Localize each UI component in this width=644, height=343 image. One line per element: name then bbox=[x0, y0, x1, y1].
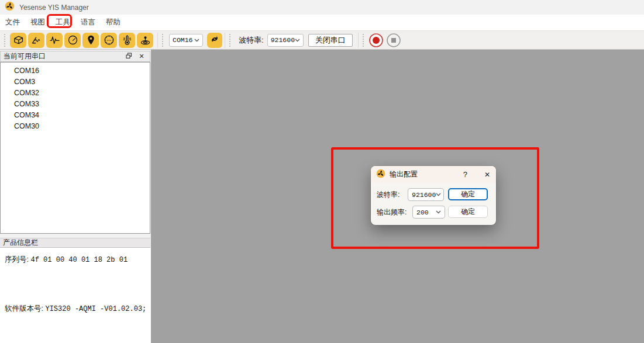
list-item[interactable]: COM34 bbox=[1, 110, 150, 121]
chevron-down-icon bbox=[436, 193, 441, 196]
dialog-close-button[interactable]: ✕ bbox=[484, 171, 490, 179]
angle-wave-button[interactable] bbox=[28, 33, 44, 48]
product-info-body: 序列号: 4f 01 00 40 01 18 2b 01 软件版本号: YIS3… bbox=[0, 248, 151, 343]
dialog-logo-icon bbox=[376, 169, 385, 181]
chevron-down-icon bbox=[295, 39, 300, 42]
toolbar-drag-handle[interactable] bbox=[162, 34, 167, 47]
inclinometer-button[interactable] bbox=[137, 33, 153, 48]
chevron-down-icon bbox=[194, 39, 199, 42]
dialog-baud-value: 921600 bbox=[412, 191, 436, 199]
menu-language[interactable]: 语言 bbox=[75, 15, 101, 30]
software-version-label: 软件版本号: bbox=[5, 304, 43, 313]
utc-clock-button[interactable]: UTC bbox=[101, 33, 117, 48]
gauge-button[interactable] bbox=[64, 33, 81, 48]
waveform-button[interactable] bbox=[46, 33, 63, 48]
record-icon bbox=[369, 41, 384, 50]
record-button[interactable] bbox=[369, 33, 384, 48]
dialog-baud-label: 波特率: bbox=[377, 188, 400, 201]
software-version-value: YIS320 -AQMI -V01.02.03; bbox=[45, 305, 146, 313]
list-item[interactable]: COM32 bbox=[1, 88, 150, 99]
baud-rate-select[interactable]: 921600 bbox=[267, 34, 304, 47]
utc-clock-icon: UTC bbox=[103, 34, 115, 46]
confirm-output-rate-button[interactable]: 确定 bbox=[448, 206, 488, 218]
product-info-header: 产品信息栏 bbox=[0, 238, 150, 248]
list-item[interactable]: COM3 bbox=[1, 77, 150, 88]
toolbar-drag-handle[interactable] bbox=[363, 34, 367, 47]
3d-view-button[interactable] bbox=[10, 33, 26, 48]
software-version-row: 软件版本号: YIS320 -AQMI -V01.02.03; bbox=[5, 304, 146, 314]
app-window: Yesense YIS Manager 文件 视图 工具 语言 帮助 bbox=[0, 0, 644, 343]
close-panel-button[interactable]: ✕ bbox=[137, 53, 146, 61]
stop-button[interactable] bbox=[386, 33, 401, 48]
cube-3d-icon bbox=[12, 34, 25, 46]
ports-panel-header: 当前可用串口 ✕ bbox=[0, 51, 150, 62]
stop-icon bbox=[386, 41, 401, 50]
toolbar-separator bbox=[225, 33, 225, 48]
serial-number-value: 4f 01 00 40 01 18 2b 01 bbox=[30, 256, 128, 264]
chevron-down-icon bbox=[436, 210, 441, 214]
close-icon: ✕ bbox=[139, 53, 144, 60]
toolbar-separator bbox=[358, 33, 359, 48]
ports-panel-title: 当前可用串口 bbox=[4, 51, 46, 61]
location-pin-icon bbox=[85, 34, 97, 46]
inclinometer-icon bbox=[139, 34, 151, 46]
baud-rate-value: 921600 bbox=[271, 36, 295, 44]
menu-help[interactable]: 帮助 bbox=[101, 15, 126, 30]
gauge-icon bbox=[67, 34, 79, 46]
thermometer-icon bbox=[121, 34, 133, 46]
toolbar-drag-handle[interactable] bbox=[229, 34, 234, 47]
dialog-output-rate-value: 200 bbox=[416, 209, 429, 216]
dialog-baud-select[interactable]: 921600 bbox=[408, 188, 444, 201]
refresh-ports-button[interactable] bbox=[207, 33, 222, 48]
dialog-output-rate-select[interactable]: 200 bbox=[412, 206, 445, 219]
available-ports-list: COM16 COM3 COM32 COM33 COM34 COM30 bbox=[0, 62, 150, 234]
list-item[interactable]: COM33 bbox=[1, 99, 150, 110]
window-title: Yesense YIS Manager bbox=[19, 4, 89, 12]
confirm-baud-button[interactable]: 确定 bbox=[448, 188, 488, 200]
toolbar-drag-handle[interactable] bbox=[4, 34, 9, 47]
location-button[interactable] bbox=[82, 33, 99, 48]
dialog-help-button[interactable]: ? bbox=[463, 170, 467, 179]
product-info-title: 产品信息栏 bbox=[3, 238, 38, 248]
angle-wave-icon bbox=[30, 34, 43, 46]
app-logo-icon bbox=[5, 1, 15, 13]
serial-number-row: 序列号: 4f 01 00 40 01 18 2b 01 bbox=[5, 255, 128, 265]
close-serial-port-button[interactable]: 关闭串口 bbox=[308, 34, 353, 47]
refresh-icon bbox=[209, 34, 220, 46]
title-bar: Yesense YIS Manager bbox=[0, 0, 644, 15]
port-select[interactable]: COM16 bbox=[169, 34, 203, 47]
svg-text:UTC: UTC bbox=[106, 39, 111, 41]
serial-number-label: 序列号: bbox=[5, 255, 29, 264]
menu-file[interactable]: 文件 bbox=[0, 15, 25, 30]
toolbar-separator bbox=[157, 33, 158, 48]
waveform-icon bbox=[49, 34, 61, 46]
dialog-title: 输出配置 bbox=[390, 169, 459, 179]
list-item[interactable]: COM16 bbox=[1, 65, 150, 77]
baud-rate-label: 波特率: bbox=[239, 35, 264, 46]
list-item[interactable]: COM30 bbox=[1, 121, 150, 132]
left-dock-area: 当前可用串口 ✕ COM16 COM3 COM32 COM33 COM34 CO… bbox=[0, 50, 151, 343]
float-window-icon bbox=[126, 53, 132, 60]
dialog-output-rate-label: 输出频率: bbox=[377, 206, 407, 219]
menu-tools[interactable]: 工具 bbox=[50, 15, 75, 30]
menu-view[interactable]: 视图 bbox=[25, 15, 50, 30]
dialog-title-bar[interactable]: 输出配置 ? ✕ bbox=[371, 166, 496, 183]
output-config-dialog: 输出配置 ? ✕ 波特率: 921600 确定 输出频率: 200 确定 bbox=[371, 166, 496, 225]
thermometer-button[interactable] bbox=[119, 33, 135, 48]
toolbar: UTC bbox=[0, 30, 644, 50]
menu-bar: 文件 视图 工具 语言 帮助 bbox=[0, 15, 644, 30]
port-select-value: COM16 bbox=[173, 36, 193, 44]
float-panel-button[interactable] bbox=[124, 53, 133, 61]
